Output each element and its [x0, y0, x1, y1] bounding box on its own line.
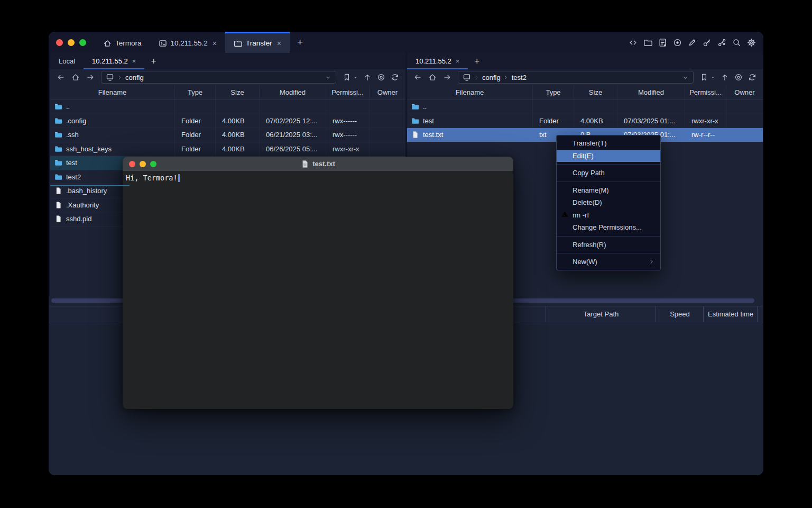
table-row[interactable]: .configFolder4.00KB07/02/2025 12:...rwx-… — [50, 114, 405, 129]
close-tab-icon[interactable]: × — [456, 57, 460, 65]
back-button[interactable] — [54, 73, 67, 81]
panel-tab-local[interactable]: Local — [50, 53, 84, 69]
table-row[interactable]: .. — [407, 100, 763, 114]
eye-icon[interactable] — [734, 73, 743, 81]
menu-item-transfer-t-[interactable]: Transfer(T) — [557, 137, 660, 150]
menu-item-delete-d-[interactable]: Delete(D) — [557, 196, 660, 209]
panel-tab-10-211-55-2[interactable]: 10.211.55.2× — [407, 53, 468, 69]
filename-label: .Xauthority — [66, 201, 99, 209]
panel-tab-10-211-55-2[interactable]: 10.211.55.2× — [84, 53, 144, 69]
table-row[interactable]: ssh_host_keysFolder4.00KB06/26/2025 05:.… — [50, 142, 405, 157]
column-header-type[interactable]: Type — [175, 85, 216, 99]
column-header-modified[interactable]: Modified — [617, 85, 685, 99]
toolbar — [629, 32, 763, 53]
panel-tab-label: 10.211.55.2 — [92, 57, 128, 65]
minimize-window-button[interactable] — [68, 39, 75, 46]
app-tab-termora[interactable]: Termora — [95, 32, 150, 53]
filename-cell: ssh_host_keys — [50, 142, 175, 156]
back-button[interactable] — [411, 73, 424, 81]
menu-item-change-permissions-[interactable]: Change Permissions... — [557, 221, 660, 234]
keychain-icon[interactable] — [717, 38, 726, 47]
app-tab-10-211-55-2[interactable]: 10.211.55.2× — [150, 32, 226, 53]
triangle-down-icon[interactable] — [710, 75, 715, 80]
app-tab-transfer[interactable]: Transfer× — [225, 32, 290, 53]
transfer-column-speed[interactable]: Speed — [656, 306, 704, 322]
column-header-permissi[interactable]: Permissi... — [326, 85, 370, 99]
table-row[interactable]: .. — [50, 100, 405, 114]
permissions-cell: rwx------ — [326, 114, 370, 128]
menu-item-label: rm -rf — [573, 211, 589, 219]
column-header-filename[interactable]: Filename — [50, 85, 175, 99]
table-row[interactable]: testFolder4.00KB07/03/2025 01:...rwxr-xr… — [407, 114, 763, 129]
log-icon[interactable] — [658, 38, 667, 47]
owner-cell — [726, 100, 763, 114]
new-panel-tab-button[interactable]: + — [468, 53, 486, 69]
edit-icon[interactable] — [688, 38, 697, 47]
forward-button[interactable] — [441, 73, 454, 81]
panel-tab-label: Local — [59, 57, 75, 65]
path-field[interactable]: configtest2 — [458, 71, 694, 84]
menu-item-refresh-r-[interactable]: Refresh(R) — [557, 239, 660, 251]
column-header-size[interactable]: Size — [574, 85, 617, 99]
settings-icon[interactable] — [747, 38, 756, 47]
key-icon[interactable] — [703, 38, 712, 47]
chevron-down-icon[interactable] — [682, 74, 689, 81]
refresh-icon[interactable] — [391, 73, 399, 81]
record-icon[interactable] — [673, 38, 682, 47]
column-header-type[interactable]: Type — [533, 85, 574, 99]
zoom-window-button[interactable] — [79, 39, 86, 46]
bookmark-icon[interactable] — [700, 73, 708, 81]
chevron-down-icon[interactable] — [325, 74, 331, 81]
search-icon[interactable] — [732, 38, 741, 47]
menu-item-copy-path[interactable]: Copy Path — [557, 167, 660, 179]
permissions-cell: rw-r--r-- — [685, 128, 726, 142]
editor-traffic-lights — [123, 161, 156, 167]
triangle-down-icon[interactable] — [353, 75, 358, 80]
home-button[interactable] — [426, 73, 439, 81]
transfer-column-target-path[interactable]: Target Path — [546, 306, 656, 322]
path-field[interactable]: config — [101, 71, 336, 84]
column-header-filename[interactable]: Filename — [407, 85, 533, 99]
chevron-right-icon — [474, 75, 479, 80]
path-segment: config — [125, 74, 144, 81]
column-header-owner[interactable]: Owner — [726, 85, 763, 99]
editor-zoom-button[interactable] — [150, 161, 156, 167]
traffic-lights — [49, 32, 95, 53]
modified-cell: 07/02/2025 12:... — [260, 114, 326, 128]
eye-icon[interactable] — [377, 73, 385, 81]
table-row[interactable]: .sshFolder4.00KB06/21/2025 03:...rwx----… — [50, 128, 405, 142]
home-button[interactable] — [69, 73, 82, 81]
menu-item-label: Edit(E) — [573, 152, 594, 160]
type-cell: Folder — [175, 128, 216, 142]
editor-close-button[interactable] — [129, 161, 135, 167]
close-window-button[interactable] — [56, 39, 63, 46]
filename-cell: .. — [407, 100, 533, 114]
column-header-permissi[interactable]: Permissi... — [685, 85, 726, 99]
new-panel-tab-button[interactable]: + — [144, 53, 162, 69]
close-tab-icon[interactable]: × — [277, 39, 281, 48]
editor-minimize-button[interactable] — [140, 161, 146, 167]
new-app-tab-button[interactable]: + — [290, 32, 310, 53]
column-header-owner[interactable]: Owner — [370, 85, 405, 99]
column-header-modified[interactable]: Modified — [260, 85, 326, 99]
bookmark-icon[interactable] — [343, 73, 351, 81]
filename-label: test2 — [66, 173, 81, 181]
refresh-icon[interactable] — [748, 73, 756, 81]
code-icon[interactable] — [629, 38, 638, 47]
folder-icon[interactable] — [643, 38, 652, 47]
arrow-up-icon[interactable] — [363, 73, 372, 81]
transfer-column-estimated-time[interactable]: Estimated time — [703, 306, 758, 322]
menu-item-rm-rf[interactable]: rm -rf — [557, 209, 660, 222]
chevron-right-icon — [117, 75, 123, 80]
close-tab-icon[interactable]: × — [132, 57, 136, 65]
close-tab-icon[interactable]: × — [213, 39, 217, 48]
menu-item-edit-e-[interactable]: Edit(E) — [557, 150, 660, 162]
folder-solid-icon — [54, 145, 62, 153]
editor-text-area[interactable]: Hi, Termora! — [123, 171, 513, 409]
arrow-up-icon[interactable] — [721, 73, 729, 81]
menu-item-rename-m-[interactable]: Rename(M) — [557, 184, 660, 197]
column-header-size[interactable]: Size — [216, 85, 260, 99]
filename-label: .config — [66, 117, 86, 125]
menu-item-new-w-[interactable]: New(W) — [557, 256, 660, 268]
forward-button[interactable] — [84, 73, 97, 81]
